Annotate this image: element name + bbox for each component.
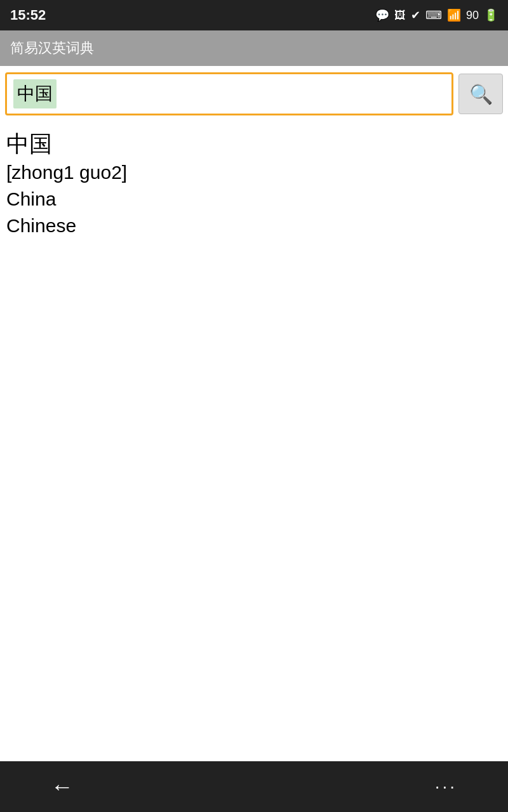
result-area: 中国 [zhong1 guo2] China Chinese [0,122,508,761]
result-pinyin: [zhong1 guo2] [6,159,502,186]
result-translation-china: China [6,186,502,213]
status-bar: 15:52 💬 🖼 ✔ ⌨ 📶 90 🔋 [0,0,508,30]
signal-icon: 📶 [447,8,461,22]
bottom-nav: ← ··· [0,761,508,812]
keyboard-icon: ⌨ [425,8,442,22]
status-icons: 💬 🖼 ✔ ⌨ 📶 90 🔋 [375,8,498,22]
search-input-wrapper[interactable]: 中国 [5,72,453,115]
search-button[interactable]: 🔍 [458,74,503,114]
back-button[interactable]: ← [51,773,74,800]
app-title: 简易汉英词典 [10,39,94,58]
result-chinese-word: 中国 [6,129,502,159]
search-area: 中国 🔍 [0,66,508,122]
menu-button[interactable]: ··· [435,776,457,797]
check-icon: ✔ [411,8,420,22]
app-bar: 简易汉英词典 [0,30,508,66]
image-icon: 🖼 [394,9,406,22]
battery-icon: 🔋 [484,8,498,22]
search-magnifier-icon: 🔍 [469,83,493,105]
message-icon: 💬 [375,8,389,22]
result-translation-chinese: Chinese [6,213,502,239]
battery-level: 90 [466,9,479,22]
search-input-text[interactable]: 中国 [13,79,57,108]
status-time: 15:52 [10,7,46,23]
